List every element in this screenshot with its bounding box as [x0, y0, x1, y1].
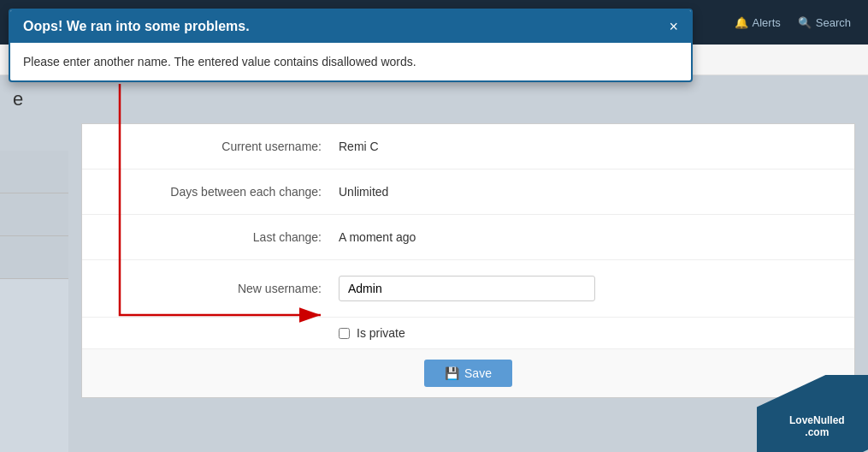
floppy-icon: 💾	[445, 366, 459, 380]
layout-body: e Current username: Remi C Days between …	[0, 75, 868, 452]
sidebar	[0, 151, 68, 452]
alerts-label: Alerts	[753, 16, 781, 29]
error-modal-message: Please enter another name. The entered v…	[23, 55, 416, 68]
form-section: Current username: Remi C Days between ea…	[82, 124, 854, 348]
save-row: 💾 Save	[82, 348, 854, 397]
is-private-checkbox[interactable]	[339, 328, 350, 339]
watermark-text: LoveNulled.com	[789, 414, 845, 438]
last-change-row: Last change: A moment ago	[82, 215, 854, 260]
sidebar-item-1[interactable]	[0, 151, 68, 193]
alerts-nav-item[interactable]: 🔔 Alerts	[735, 16, 781, 29]
days-change-row: Days between each change: Unlimited	[82, 170, 854, 215]
save-label: Save	[464, 366, 492, 380]
search-icon: 🔍	[798, 16, 812, 29]
current-username-label: Current username:	[99, 140, 339, 153]
search-nav-item[interactable]: 🔍 Search	[798, 16, 851, 29]
last-change-value: A moment ago	[339, 230, 416, 244]
main-panel: Current username: Remi C Days between ea…	[81, 123, 855, 398]
days-change-label: Days between each change:	[99, 185, 339, 199]
error-modal-title: Oops! We ran into some problems.	[23, 19, 250, 34]
is-private-label: Is private	[357, 326, 405, 340]
error-modal-header: Oops! We ran into some problems. ×	[10, 10, 691, 43]
new-username-label: New username:	[99, 282, 339, 295]
sidebar-item-2[interactable]	[0, 193, 68, 236]
error-modal-close-button[interactable]: ×	[669, 19, 678, 34]
last-change-label: Last change:	[99, 230, 339, 244]
current-username-value: Remi C	[339, 140, 379, 153]
watermark-container: LoveNulled.com	[757, 375, 868, 452]
is-private-row: Is private	[82, 318, 854, 348]
error-modal-body: Please enter another name. The entered v…	[10, 43, 691, 80]
content-area: e Current username: Remi C Days between …	[0, 75, 868, 452]
save-button[interactable]: 💾 Save	[424, 360, 512, 387]
new-username-row: New username:	[82, 260, 854, 318]
page-title: e	[13, 88, 855, 110]
search-label: Search	[816, 16, 851, 29]
days-change-value: Unlimited	[339, 185, 388, 199]
new-username-input[interactable]	[339, 276, 595, 301]
error-modal: Oops! We ran into some problems. × Pleas…	[9, 9, 693, 82]
bell-icon: 🔔	[735, 16, 748, 29]
sidebar-item-3[interactable]	[0, 236, 68, 279]
current-username-row: Current username: Remi C	[82, 124, 854, 170]
watermark: LoveNulled.com	[757, 375, 868, 452]
